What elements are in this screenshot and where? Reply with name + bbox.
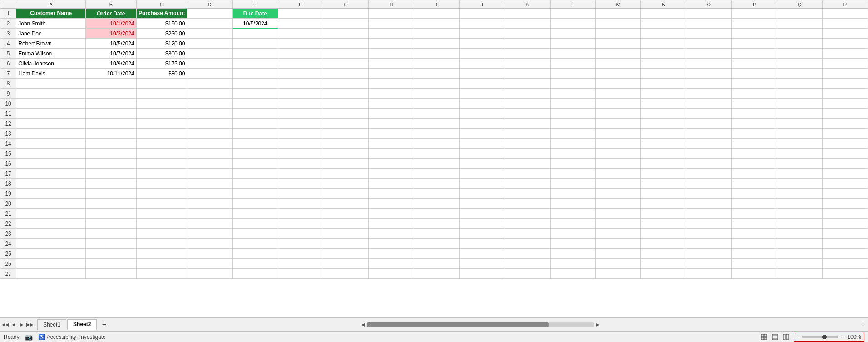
cell-g4[interactable] bbox=[323, 39, 369, 49]
cell-c3[interactable]: $230.00 bbox=[136, 29, 187, 39]
cell-a1[interactable]: Customer Name bbox=[16, 9, 86, 19]
tab-prev-prev-button[interactable]: ◀◀ bbox=[2, 320, 9, 329]
add-sheet-button[interactable]: + bbox=[99, 320, 109, 329]
cell-p6[interactable] bbox=[732, 59, 777, 69]
page-layout-icon[interactable] bbox=[771, 333, 779, 341]
cell-j4[interactable] bbox=[459, 39, 505, 49]
page-break-icon[interactable] bbox=[782, 333, 790, 341]
cell-q5[interactable] bbox=[777, 49, 823, 59]
cell-c5[interactable]: $300.00 bbox=[136, 49, 187, 59]
cell-n4[interactable] bbox=[641, 39, 686, 49]
cell-d1[interactable] bbox=[187, 9, 233, 19]
cell-l3[interactable] bbox=[550, 29, 595, 39]
col-header-m[interactable]: M bbox=[595, 0, 641, 9]
cell-r2[interactable] bbox=[823, 19, 868, 29]
cell-b2[interactable]: 10/1/2024 bbox=[86, 19, 137, 29]
cell-q4[interactable] bbox=[777, 39, 823, 49]
cell-j2[interactable] bbox=[459, 19, 505, 29]
cell-g3[interactable] bbox=[323, 29, 369, 39]
cell-d3[interactable] bbox=[187, 29, 233, 39]
cell-n3[interactable] bbox=[641, 29, 686, 39]
col-header-d[interactable]: D bbox=[187, 0, 233, 9]
cell-o2[interactable] bbox=[686, 19, 732, 29]
cell-k7[interactable] bbox=[505, 69, 550, 79]
cell-r7[interactable] bbox=[823, 69, 868, 79]
cell-o3[interactable] bbox=[686, 29, 732, 39]
sheet2-tab[interactable]: Sheet2 bbox=[67, 319, 97, 330]
col-header-p[interactable]: P bbox=[732, 0, 777, 9]
cell-e2[interactable]: 10/5/2024 bbox=[233, 19, 278, 29]
cell-g7[interactable] bbox=[323, 69, 369, 79]
zoom-control[interactable]: – + 100% bbox=[794, 332, 864, 342]
cell-i4[interactable] bbox=[414, 39, 459, 49]
cell-h2[interactable] bbox=[368, 19, 414, 29]
cell-k6[interactable] bbox=[505, 59, 550, 69]
col-header-h[interactable]: H bbox=[368, 0, 414, 9]
cell-q7[interactable] bbox=[777, 69, 823, 79]
cell-r6[interactable] bbox=[823, 59, 868, 69]
cell-m2[interactable] bbox=[595, 19, 641, 29]
cell-e1[interactable]: Due Date bbox=[233, 9, 278, 19]
cell-k5[interactable] bbox=[505, 49, 550, 59]
cell-i2[interactable] bbox=[414, 19, 459, 29]
cell-m4[interactable] bbox=[595, 39, 641, 49]
horizontal-scrollbar[interactable]: ◀ ▶ bbox=[109, 322, 853, 327]
cell-q3[interactable] bbox=[777, 29, 823, 39]
cell-k1[interactable] bbox=[505, 9, 550, 19]
scrollbar-thumb[interactable] bbox=[367, 322, 549, 327]
scroll-left-icon[interactable]: ◀ bbox=[362, 322, 365, 327]
tab-next-button[interactable]: ▶ bbox=[18, 320, 25, 329]
cell-r1[interactable] bbox=[823, 9, 868, 19]
tab-prev-button[interactable]: ◀ bbox=[10, 320, 17, 329]
col-header-g[interactable]: G bbox=[323, 0, 369, 9]
zoom-slider[interactable] bbox=[802, 336, 838, 338]
cell-b6[interactable]: 10/9/2024 bbox=[86, 59, 137, 69]
cell-l7[interactable] bbox=[550, 69, 595, 79]
cell-i6[interactable] bbox=[414, 59, 459, 69]
cell-d2[interactable] bbox=[187, 19, 233, 29]
cell-l6[interactable] bbox=[550, 59, 595, 69]
scrollbar-track[interactable] bbox=[367, 322, 594, 327]
col-header-a[interactable]: A bbox=[16, 0, 86, 9]
cell-a2[interactable]: John Smith bbox=[16, 19, 86, 29]
col-header-b[interactable]: B bbox=[86, 0, 137, 9]
cell-o7[interactable] bbox=[686, 69, 732, 79]
cell-h3[interactable] bbox=[368, 29, 414, 39]
cell-a4[interactable]: Robert Brown bbox=[16, 39, 86, 49]
cell-h6[interactable] bbox=[368, 59, 414, 69]
cell-k3[interactable] bbox=[505, 29, 550, 39]
scroll-right-icon[interactable]: ▶ bbox=[596, 322, 600, 327]
cell-a7[interactable]: Liam Davis bbox=[16, 69, 86, 79]
cell-q1[interactable] bbox=[777, 9, 823, 19]
cell-i1[interactable] bbox=[414, 9, 459, 19]
cell-j3[interactable] bbox=[459, 29, 505, 39]
cell-p1[interactable] bbox=[732, 9, 777, 19]
cell-g2[interactable] bbox=[323, 19, 369, 29]
cell-o1[interactable] bbox=[686, 9, 732, 19]
cell-p4[interactable] bbox=[732, 39, 777, 49]
cell-l4[interactable] bbox=[550, 39, 595, 49]
camera-icon[interactable]: 📷 bbox=[25, 333, 33, 341]
cell-o4[interactable] bbox=[686, 39, 732, 49]
cell-h7[interactable] bbox=[368, 69, 414, 79]
cell-f3[interactable] bbox=[278, 29, 323, 39]
cell-r4[interactable] bbox=[823, 39, 868, 49]
cell-f6[interactable] bbox=[278, 59, 323, 69]
cell-c4[interactable]: $120.00 bbox=[136, 39, 187, 49]
cell-c1[interactable]: Purchase Amount bbox=[136, 9, 187, 19]
cell-f2[interactable] bbox=[278, 19, 323, 29]
cell-f7[interactable] bbox=[278, 69, 323, 79]
cell-e3[interactable] bbox=[233, 29, 278, 39]
cell-e5[interactable] bbox=[233, 49, 278, 59]
cell-n6[interactable] bbox=[641, 59, 686, 69]
cell-d4[interactable] bbox=[187, 39, 233, 49]
cell-i7[interactable] bbox=[414, 69, 459, 79]
grid-area[interactable]: A B C D E F G H I J K L M N O P Q bbox=[0, 0, 868, 317]
cell-g6[interactable] bbox=[323, 59, 369, 69]
col-header-k[interactable]: K bbox=[505, 0, 550, 9]
col-header-c[interactable]: C bbox=[136, 0, 187, 9]
cell-p7[interactable] bbox=[732, 69, 777, 79]
col-header-n[interactable]: N bbox=[641, 0, 686, 9]
cell-h5[interactable] bbox=[368, 49, 414, 59]
cell-f1[interactable] bbox=[278, 9, 323, 19]
